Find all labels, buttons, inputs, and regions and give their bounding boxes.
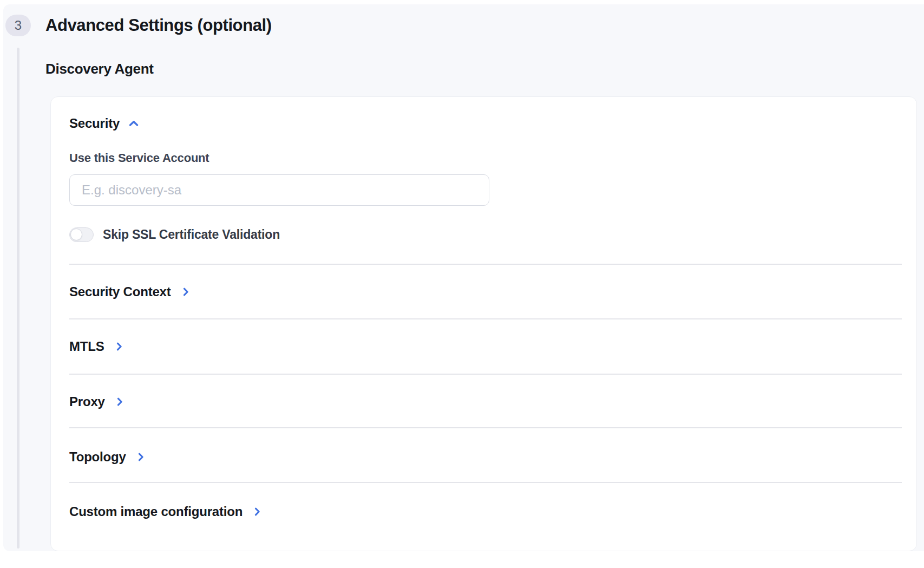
service-account-input[interactable] — [69, 174, 489, 206]
chevron-right-icon — [251, 506, 263, 518]
step-number: 3 — [15, 18, 22, 33]
mtls-label: MTLS — [69, 338, 104, 355]
chevron-right-icon — [114, 396, 126, 408]
chevron-right-icon — [180, 286, 192, 298]
chevron-up-icon — [127, 117, 140, 130]
service-account-label: Use this Service Account — [69, 151, 209, 165]
discovery-agent-card: Security Use this Service Account Skip S… — [50, 96, 917, 551]
section-row-topology[interactable]: Topology — [69, 448, 147, 466]
ssl-validation-label: Skip SSL Certificate Validation — [103, 227, 280, 242]
step-number-badge: 3 — [5, 15, 31, 36]
chevron-right-icon — [113, 341, 125, 352]
divider — [69, 264, 902, 265]
security-context-label: Security Context — [69, 283, 171, 301]
discovery-agent-label: Discovery Agent — [45, 60, 154, 77]
section-row-mtls[interactable]: MTLS — [69, 338, 125, 355]
custom-image-configuration-label: Custom image configuration — [69, 503, 243, 520]
security-section-toggle[interactable]: Security — [69, 115, 140, 132]
divider — [69, 427, 902, 428]
divider — [69, 482, 902, 483]
divider — [69, 374, 902, 375]
topology-label: Topology — [69, 448, 126, 466]
proxy-label: Proxy — [69, 393, 105, 410]
security-section-label: Security — [69, 115, 120, 132]
divider — [69, 318, 902, 319]
advanced-settings-heading: Advanced Settings (optional) — [45, 15, 272, 36]
ssl-validation-toggle[interactable] — [69, 227, 94, 242]
section-row-proxy[interactable]: Proxy — [69, 393, 126, 410]
section-row-security-context[interactable]: Security Context — [69, 283, 192, 301]
stepper-connector-line — [17, 48, 19, 549]
ssl-validation-toggle-row: Skip SSL Certificate Validation — [69, 227, 280, 242]
chevron-right-icon — [135, 451, 147, 463]
toggle-knob — [70, 228, 82, 240]
section-row-custom-image-configuration[interactable]: Custom image configuration — [69, 503, 263, 520]
